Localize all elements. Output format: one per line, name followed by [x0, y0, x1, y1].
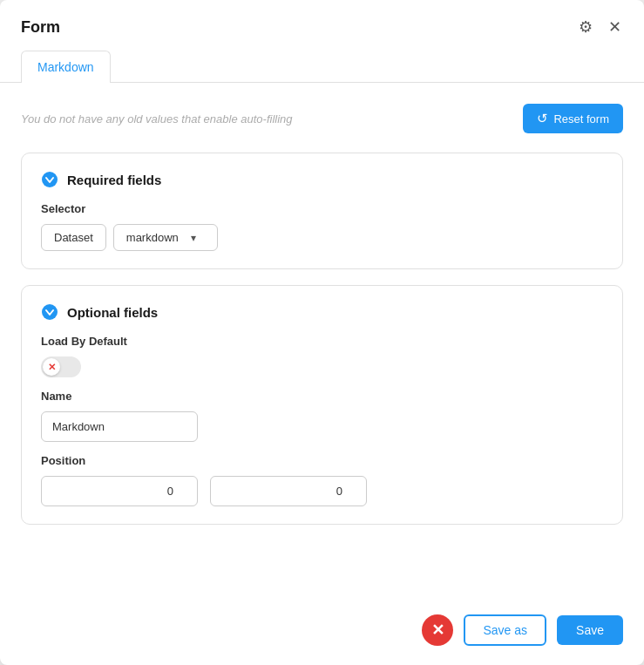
svg-point-0: [42, 172, 58, 187]
form-window: Form ⚙ ✕ Markdown You do not have any ol…: [0, 0, 644, 665]
load-by-default-label: Load By Default: [41, 335, 603, 348]
header-actions: ⚙ ✕: [577, 16, 623, 38]
save-as-button[interactable]: Save as: [464, 614, 546, 646]
name-label: Name: [41, 390, 603, 403]
reset-form-button[interactable]: ↺ Reset form: [523, 104, 623, 133]
close-button[interactable]: ✕: [607, 16, 623, 38]
reset-icon: ↺: [537, 111, 548, 126]
optional-chevron-icon: [41, 303, 58, 321]
save-label: Save: [576, 623, 604, 637]
required-fields-header: Required fields: [41, 171, 603, 188]
tabs-bar: Markdown: [0, 51, 644, 83]
tab-markdown-label: Markdown: [37, 60, 94, 74]
selector-dropdown[interactable]: markdown html text json ▾: [113, 224, 218, 251]
selector-select[interactable]: markdown html text json: [126, 231, 182, 244]
gear-icon: ⚙: [579, 17, 593, 37]
optional-fields-title: Optional fields: [67, 305, 158, 320]
required-fields-card: Required fields Selector Dataset markdow…: [21, 153, 623, 269]
dataset-tag: Dataset: [41, 224, 106, 251]
selector-row: Dataset markdown html text json ▾: [41, 224, 603, 251]
close-icon: ✕: [608, 17, 621, 37]
chevron-down-icon: ▾: [191, 232, 196, 244]
name-input[interactable]: [41, 411, 198, 442]
optional-fields-card: Optional fields Load By Default ✕: [21, 285, 623, 525]
window-title: Form: [21, 18, 60, 37]
svg-point-1: [42, 304, 58, 320]
save-as-label: Save as: [483, 623, 527, 637]
selector-label: Selector: [41, 202, 603, 215]
toggle-track: ✕: [41, 356, 81, 377]
settings-button[interactable]: ⚙: [577, 16, 594, 38]
selector-field: Selector Dataset markdown html text json…: [41, 202, 603, 251]
autofill-text: You do not have any old values that enab…: [21, 112, 293, 126]
optional-fields-header: Optional fields: [41, 303, 603, 321]
window-footer: ✕ Save as Save: [0, 602, 644, 665]
position-row: [41, 476, 603, 506]
required-fields-title: Required fields: [67, 173, 161, 187]
autofill-notice: You do not have any old values that enab…: [21, 100, 623, 137]
window-header: Form ⚙ ✕: [0, 0, 644, 51]
position-label: Position: [41, 454, 603, 467]
load-by-default-field: Load By Default ✕: [41, 335, 603, 377]
required-chevron-icon: [41, 171, 58, 188]
position-x-input[interactable]: [41, 476, 198, 506]
toggle-x-icon: ✕: [48, 363, 56, 372]
position-field: Position: [41, 454, 603, 506]
delete-button[interactable]: ✕: [422, 614, 453, 646]
reset-form-label: Reset form: [553, 112, 609, 126]
delete-icon: ✕: [431, 621, 444, 640]
name-field: Name: [41, 390, 603, 442]
load-by-default-toggle[interactable]: ✕: [41, 356, 81, 377]
save-button[interactable]: Save: [557, 615, 623, 645]
load-by-default-toggle-wrapper: ✕: [41, 356, 603, 377]
tab-markdown[interactable]: Markdown: [21, 51, 111, 83]
window-body: You do not have any old values that enab…: [0, 83, 644, 602]
toggle-knob: ✕: [43, 358, 60, 376]
position-y-input[interactable]: [210, 476, 367, 506]
